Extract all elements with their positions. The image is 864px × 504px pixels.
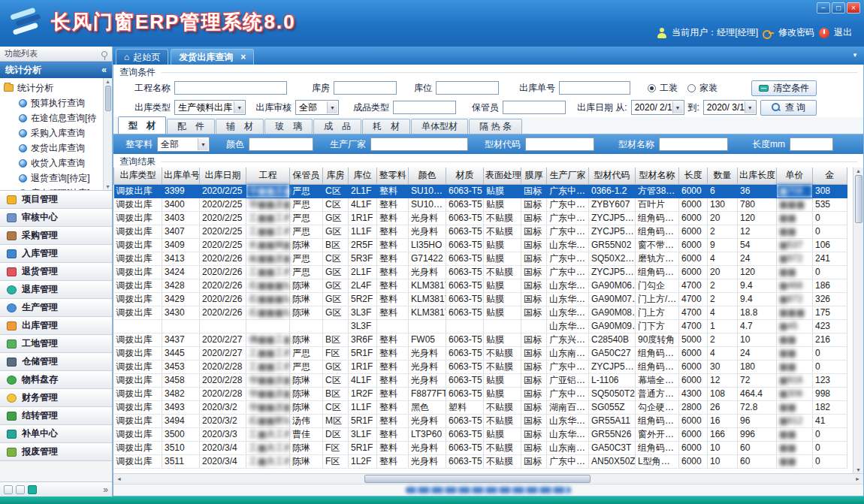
column-header[interactable]: 长度 bbox=[679, 167, 708, 184]
whole-piece-select[interactable]: 全部 ▼ bbox=[157, 137, 210, 152]
maximize-button[interactable]: □ bbox=[832, 2, 845, 14]
clear-conditions-button[interactable]: 清空条件 bbox=[751, 80, 817, 96]
column-header[interactable]: 工程 bbox=[246, 167, 290, 184]
panel-icon[interactable] bbox=[4, 485, 13, 494]
product-type-input[interactable] bbox=[393, 101, 456, 114]
scroll-down-icon[interactable]: ▼ bbox=[105, 184, 110, 189]
material-tab-6[interactable]: 单体型材 bbox=[411, 119, 468, 134]
column-header[interactable]: 库房 bbox=[323, 167, 349, 184]
pin-icon[interactable] bbox=[101, 51, 107, 57]
manufacturer-input[interactable] bbox=[370, 137, 468, 151]
sidebar-item-site[interactable]: 工地管理 bbox=[0, 335, 112, 353]
column-header[interactable]: 颜色 bbox=[409, 167, 446, 184]
column-header[interactable]: 出库长度 bbox=[738, 167, 777, 184]
table-row[interactable]: 调拨出库34452020/2/27工▦▦工程严思F区5R1F整料光身料6063-… bbox=[114, 346, 847, 360]
tab-list-dropdown-icon[interactable]: ▼ bbox=[852, 52, 858, 59]
table-row[interactable]: 调拨出库33992020/2/25华▦▦原▦严思C区2L1F整料SU10…606… bbox=[114, 184, 847, 198]
column-header[interactable]: 库位 bbox=[349, 167, 377, 184]
column-header[interactable]: 生产厂家 bbox=[547, 167, 589, 184]
more-icon[interactable]: » bbox=[103, 484, 108, 495]
table-row[interactable]: 调拨出库34532020/2/28工▦▦工程严思G区1R1F整料光身料6063-… bbox=[114, 360, 847, 373]
sidebar-item-supplement[interactable]: 补单中心 bbox=[0, 425, 112, 443]
length-input[interactable] bbox=[790, 137, 833, 151]
column-header[interactable]: 膜厚 bbox=[521, 167, 547, 184]
column-header[interactable]: 出库日期 bbox=[200, 167, 246, 184]
table-row[interactable]: 调拨出库34132020/2/26南▦▦原▦严思C区5R3F整料G7142260… bbox=[114, 252, 847, 265]
column-header[interactable]: 数量 bbox=[708, 167, 738, 184]
scroll-thumb[interactable] bbox=[364, 475, 590, 483]
table-row[interactable]: 调拨出库35102020/3/4工▦共工程陈琳F区5R1F整料光身料6063-T… bbox=[114, 441, 847, 454]
material-tab-5[interactable]: 耗 材 bbox=[362, 119, 410, 134]
sidebar-item-audit-center[interactable]: 审核中心 bbox=[0, 209, 112, 227]
color-input[interactable] bbox=[249, 137, 313, 151]
change-password-link[interactable]: 修改密码 bbox=[778, 26, 814, 39]
audit-select[interactable]: 全部 ▼ bbox=[295, 100, 339, 115]
table-row[interactable]: 调拨出库34032020/2/25工▦▦工程严思G区1R1F整料光身料6063-… bbox=[114, 211, 847, 225]
material-tab-0[interactable]: 型 材 bbox=[118, 116, 166, 134]
sidebar-item-warehouse[interactable]: 仓储管理 bbox=[0, 353, 112, 371]
sidebar-item-carryover[interactable]: 结转管理 bbox=[0, 407, 112, 425]
table-row[interactable]: 调拨出库34582020/2/28华▦▦原▦陈琳C区4L1F整料光身料6063-… bbox=[114, 373, 847, 387]
tab-shipment-outbound-query[interactable]: 发货出库查询 × bbox=[171, 49, 254, 65]
sidebar-item-project-folder[interactable]: 项目管理 bbox=[0, 191, 112, 209]
table-row[interactable]: 调拨出库34302020/2/26石▦▦▦城陈琳G区3L3F整料KLM38176… bbox=[114, 306, 847, 319]
sidebar-tree-item[interactable]: 库存管理[待定] bbox=[4, 186, 103, 190]
column-header[interactable]: 保管员 bbox=[290, 167, 323, 184]
sidebar-item-outbound[interactable]: 出库管理 bbox=[0, 317, 112, 335]
logout-link[interactable]: 退出 bbox=[834, 26, 852, 39]
column-header[interactable]: 表面处理 bbox=[484, 167, 521, 184]
minimize-button[interactable]: − bbox=[817, 2, 830, 14]
column-header[interactable]: 金 bbox=[813, 167, 847, 184]
keeper-input[interactable] bbox=[503, 101, 566, 114]
material-tab-3[interactable]: 玻 璃 bbox=[264, 119, 313, 134]
table-row[interactable]: 3L3F山东华…GA90M09…门下方470014.7▦45423 bbox=[114, 319, 847, 333]
sidebar-item-purchase[interactable]: 采购管理 bbox=[0, 227, 112, 245]
material-tab-2[interactable]: 辅 材 bbox=[216, 119, 264, 134]
table-row[interactable]: 调拨出库34242020/2/26工▦▦工程严思G区2L1F整料光身料6063-… bbox=[114, 265, 847, 279]
sidebar-tree-item[interactable]: 采购入库查询 bbox=[4, 125, 103, 140]
scroll-down-icon[interactable]: ▼ bbox=[856, 467, 861, 472]
column-header[interactable]: 型材代码 bbox=[589, 167, 636, 184]
sidebar-item-scrap[interactable]: 报废管理 bbox=[0, 443, 112, 461]
scroll-up-icon[interactable]: ▲ bbox=[105, 79, 110, 84]
order-no-input[interactable] bbox=[559, 81, 630, 95]
sidebar-item-production[interactable]: 生产管理 bbox=[0, 299, 112, 317]
material-tab-1[interactable]: 配 件 bbox=[167, 119, 215, 134]
location-input[interactable] bbox=[436, 81, 499, 95]
sidebar-item-return-goods[interactable]: 退货管理 bbox=[0, 263, 112, 281]
query-button[interactable]: 查 询 bbox=[760, 100, 817, 116]
sidebar-tree-item[interactable]: 收货入库查询 bbox=[4, 155, 103, 171]
column-header[interactable]: 整零料 bbox=[377, 167, 409, 184]
window-icon[interactable] bbox=[16, 485, 25, 494]
table-row[interactable]: 调拨出库35112020/3/4工▦共工程陈琳F区1L2F整料光身料6063-T… bbox=[114, 454, 847, 468]
table-row[interactable]: 调拨出库34372020/2/27佛▦▦工▦陈琳B区3R6F整料FW056063… bbox=[114, 333, 847, 346]
table-row[interactable]: 调拨出库34932020/3/2华▦▦原▦陈琳C区1L1F整料黑色塑料不贴膜国标… bbox=[114, 400, 847, 414]
theme-icon[interactable] bbox=[28, 485, 37, 494]
close-button[interactable]: × bbox=[847, 2, 860, 14]
table-row[interactable]: 调拨出库34002020/2/25华▦▦原▦严思C区4L1F整料SU10…606… bbox=[114, 198, 847, 211]
tree-root-statistics[interactable]: 统计分析 bbox=[4, 80, 103, 95]
sidebar-item-return-store[interactable]: 退库管理 bbox=[0, 281, 112, 299]
table-row[interactable]: 调拨出库34822020/2/28华▦▦原▦陈琳B区1R2F整料F8877FT6… bbox=[114, 387, 847, 400]
table-row[interactable]: 调拨出库34942020/3/2石▦▦辉城汤伟M区5R1F整料光身料6063-T… bbox=[114, 414, 847, 427]
table-row[interactable]: 调拨出库34072020/2/25工▦▦工程严思G区1L1F整料光身料6063-… bbox=[114, 225, 847, 238]
table-row[interactable]: 调拨出库34292020/2/26石▦▦▦城陈琳G区5R2F整料KLM38176… bbox=[114, 292, 847, 306]
horizontal-scrollbar[interactable]: ◄ ► bbox=[113, 473, 863, 484]
date-to-picker[interactable]: 2020/ 3/16 ▼ bbox=[703, 100, 757, 115]
tree-scrollbar[interactable]: ▲ ▼ bbox=[103, 78, 112, 190]
scroll-thumb[interactable] bbox=[105, 86, 111, 111]
sidebar-item-finance[interactable]: 财务管理 bbox=[0, 389, 112, 407]
sidebar-item-inventory[interactable]: 物料盘存 bbox=[0, 371, 112, 389]
outbound-type-select[interactable]: 生产领料出库 ▼ bbox=[174, 100, 246, 115]
project-name-input[interactable] bbox=[174, 81, 287, 95]
sidebar-item-inbound[interactable]: 入库管理 bbox=[0, 245, 112, 263]
sidebar-tree-item[interactable]: 在途信息查询[待 bbox=[4, 110, 103, 125]
workwear-radio[interactable] bbox=[648, 84, 656, 92]
column-header[interactable]: 型材名称 bbox=[636, 167, 679, 184]
profile-code-input[interactable] bbox=[525, 137, 594, 151]
sidebar-tree-item[interactable]: 发货出库查询 bbox=[4, 140, 103, 155]
column-header[interactable]: 出库单号 bbox=[162, 167, 200, 184]
vertical-scrollbar[interactable]: ▲ ▼ bbox=[853, 167, 863, 473]
profile-name-input[interactable] bbox=[659, 137, 728, 151]
sidebar-section-statistics[interactable]: 统计分析 « bbox=[0, 62, 112, 78]
